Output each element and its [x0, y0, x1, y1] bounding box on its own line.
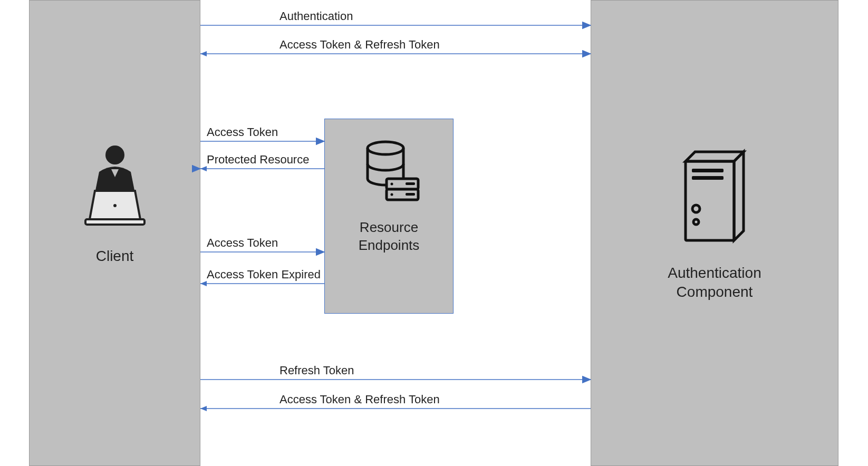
server-tower-icon	[675, 145, 754, 248]
svg-rect-10	[686, 161, 734, 240]
flow-label-access-token-expired: Access Token Expired	[207, 268, 321, 281]
resource-endpoints-panel: Resource Endpoints	[324, 119, 454, 314]
flow-label-access-refresh-2: Access Token & Refresh Token	[279, 393, 440, 406]
svg-rect-9	[406, 193, 415, 196]
resource-endpoints-label: Resource Endpoints	[359, 219, 420, 255]
svg-rect-11	[692, 169, 724, 172]
svg-rect-1	[85, 219, 144, 225]
flow-label-access-token-1: Access Token	[207, 125, 278, 139]
flow-label-access-refresh-1: Access Token & Refresh Token	[279, 38, 440, 52]
client-panel: Client	[29, 0, 200, 466]
flow-label-protected-resource: Protected Resource	[207, 153, 309, 167]
svg-point-2	[113, 204, 117, 207]
svg-point-6	[390, 183, 393, 186]
flow-label-access-token-2: Access Token	[207, 236, 278, 250]
flow-label-authentication: Authentication	[279, 9, 353, 23]
svg-point-0	[105, 145, 124, 164]
svg-point-14	[693, 219, 699, 225]
flow-label-refresh-token: Refresh Token	[279, 364, 354, 377]
client-user-icon	[78, 140, 152, 232]
svg-rect-12	[692, 176, 724, 180]
client-label: Client	[96, 247, 134, 266]
svg-point-3	[368, 142, 403, 154]
auth-component-label: Authentication Component	[668, 264, 761, 302]
svg-point-13	[692, 205, 700, 212]
database-server-icon	[355, 138, 423, 208]
svg-rect-7	[406, 182, 415, 185]
svg-point-8	[390, 193, 393, 196]
auth-component-panel: Authentication Component	[591, 0, 838, 466]
